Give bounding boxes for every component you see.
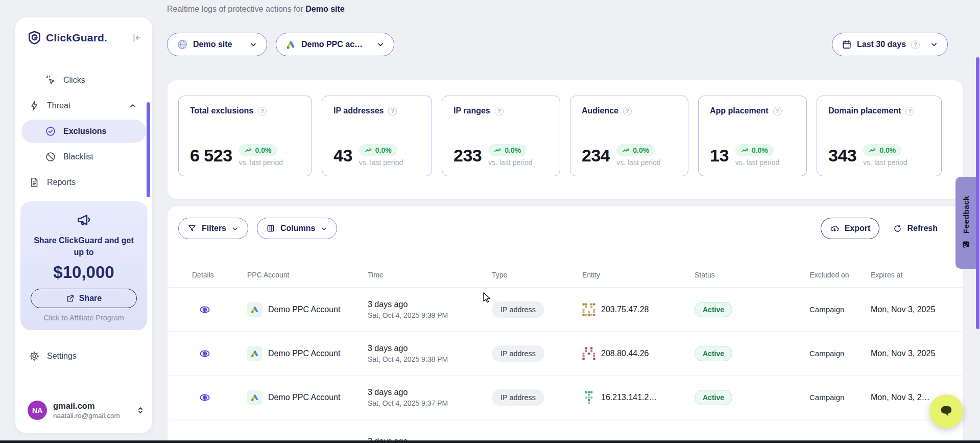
trend-caption: vs. last period <box>488 158 532 167</box>
filters-button[interactable]: Filters <box>178 218 248 239</box>
affiliate-promo-card[interactable]: Share ClickGuard and get up to $10,000 S… <box>20 201 147 330</box>
help-icon[interactable] <box>495 107 504 115</box>
table-row[interactable]: 3 days ago <box>168 419 963 443</box>
chat-launcher-button[interactable] <box>929 394 963 428</box>
eye-icon[interactable] <box>199 391 211 404</box>
stat-tile-ip-ranges: IP ranges 233 0.0% vs. last period <box>442 96 560 176</box>
share-button[interactable]: Share <box>31 289 137 308</box>
help-icon[interactable] <box>905 107 914 115</box>
help-icon[interactable] <box>623 107 632 115</box>
col-header-type[interactable]: Type <box>492 271 582 279</box>
excluded-on-value: Campaign <box>809 305 871 314</box>
account-switcher[interactable]: NA gmail.com naatali.ro@gmail.com <box>28 401 145 420</box>
export-label: Export <box>845 224 871 233</box>
trend-caption: vs. last period <box>863 158 907 167</box>
trend-badge: 0.0% <box>488 144 527 156</box>
avatar: NA <box>28 401 47 420</box>
col-header-status[interactable]: Status <box>695 271 809 279</box>
stats-card: Total exclusions 6 523 0.0% vs. last per… <box>168 80 963 199</box>
stat-label: IP addresses <box>333 106 384 115</box>
feedback-tab[interactable]: Feedback <box>955 177 976 269</box>
col-header-entity[interactable]: Entity <box>582 271 695 279</box>
eye-icon[interactable] <box>199 347 211 360</box>
sidebar-item-settings[interactable]: Settings <box>29 351 77 362</box>
trend-badge: 0.0% <box>735 144 774 156</box>
stat-label: Domain placement <box>828 106 901 115</box>
site-selector-label: Demo site <box>193 40 232 49</box>
sidebar-item-clicks[interactable]: Clicks <box>21 68 146 92</box>
entity-identicon <box>582 303 595 316</box>
lightning-icon <box>29 100 40 111</box>
columns-label: Columns <box>280 224 315 233</box>
megaphone-icon <box>76 212 92 228</box>
table-header-row: Details PPC Account Time Type Entity Sta… <box>168 264 963 288</box>
sidebar-item-blacklist[interactable]: Blacklist <box>21 145 146 169</box>
export-button[interactable]: Export <box>821 218 880 239</box>
site-selector-dropdown[interactable]: Demo site <box>167 33 267 56</box>
col-header-time[interactable]: Time <box>368 271 492 279</box>
feedback-smiley-icon <box>961 240 971 250</box>
eye-icon[interactable] <box>199 304 211 316</box>
filters-label: Filters <box>202 224 226 233</box>
time-full: Sat, Oct 4, 2025 9:39 PM <box>368 311 492 319</box>
date-range-label: Last 30 days <box>857 40 906 49</box>
sidebar-nav: Clicks Threat Exclusions Blacklist <box>21 68 146 196</box>
entity-identicon <box>582 391 595 404</box>
ppc-account-selector-dropdown[interactable]: Demo PPC ac… <box>276 33 394 56</box>
time-relative: 3 days ago <box>368 300 492 309</box>
collapse-sidebar-icon <box>131 32 142 43</box>
chevron-down-icon <box>320 225 328 232</box>
subtitle-site-name: Demo site <box>305 5 344 13</box>
trend-caption: vs. last period <box>359 158 403 167</box>
help-icon[interactable] <box>258 107 267 115</box>
sidebar-scrollbar[interactable] <box>147 102 150 197</box>
badge-check-icon <box>45 126 56 137</box>
stat-label: Audience <box>582 106 618 115</box>
ppc-account-name: Demo PPC Account <box>268 349 340 358</box>
account-email: naatali.ro@gmail.com <box>53 412 120 419</box>
sidebar-item-exclusions[interactable]: Exclusions <box>21 120 146 143</box>
clickguard-logo-text: ClickGuard. <box>46 32 107 44</box>
stat-tile-app-placement: App placement 13 0.0% vs. last period <box>698 96 807 176</box>
col-header-ppc-account[interactable]: PPC Account <box>247 271 368 279</box>
stat-value: 43 <box>333 147 352 164</box>
gear-icon <box>29 351 40 362</box>
expires-at-value: Mon, Nov 3, 2025 <box>871 349 950 358</box>
trend-badge: 0.0% <box>616 144 655 156</box>
status-badge: Active <box>695 390 732 405</box>
help-icon[interactable] <box>773 107 782 115</box>
refresh-icon <box>893 224 902 234</box>
sidebar-item-reports[interactable]: Reports <box>21 171 146 194</box>
columns-button[interactable]: Columns <box>257 218 337 239</box>
trend-caption: vs. last period <box>735 158 779 167</box>
trending-up-icon <box>741 147 749 154</box>
sidebar-divider <box>28 386 140 386</box>
col-header-excluded-on[interactable]: Excluded on <box>809 271 849 279</box>
google-ads-icon <box>247 390 262 405</box>
date-range-dropdown[interactable]: Last 30 days <box>832 33 948 56</box>
table-row[interactable]: Demo PPC Account 3 days agoSat, Oct 4, 2… <box>168 332 963 376</box>
chevron-down-icon <box>930 40 938 49</box>
page-scrollbar[interactable] <box>976 57 979 329</box>
sidebar-item-label: Exclusions <box>63 127 106 136</box>
table-row[interactable]: Demo PPC Account 3 days agoSat, Oct 4, 2… <box>168 376 963 419</box>
sidebar-item-threat[interactable]: Threat <box>21 94 146 118</box>
stat-label: Total exclusions <box>190 106 253 115</box>
calendar-icon <box>842 39 852 50</box>
sidebar-item-label: Blacklist <box>63 152 93 161</box>
trend-badge: 0.0% <box>239 144 277 156</box>
trending-up-icon <box>622 147 630 154</box>
help-icon[interactable] <box>388 107 397 115</box>
col-header-details[interactable]: Details <box>192 271 247 279</box>
promo-caption: Click to Affiliate Program <box>20 314 147 322</box>
subtitle-text: Realtime logs of protective actions for <box>167 5 303 13</box>
table-row[interactable]: Demo PPC Account 3 days agoSat, Oct 4, 2… <box>168 288 963 332</box>
col-header-expires-at[interactable]: Expires at <box>871 271 950 279</box>
refresh-button[interactable]: Refresh <box>893 224 938 234</box>
stat-tile-audience: Audience 234 0.0% vs. last period <box>570 96 688 176</box>
exclusions-table-card: Filters Columns Export Refresh Details P… <box>168 206 963 443</box>
stat-value: 234 <box>582 147 610 164</box>
chevron-up-down-icon <box>136 406 145 415</box>
sidebar-collapse-button[interactable] <box>130 31 143 44</box>
bottom-edge-bar <box>0 440 980 443</box>
